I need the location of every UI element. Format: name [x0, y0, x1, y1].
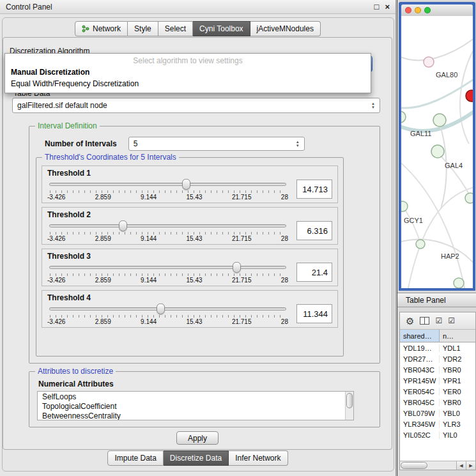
columns-icon[interactable]	[420, 317, 429, 325]
attributes-group: Attributes to discretize Numerical Attri…	[29, 371, 380, 427]
threshold-3-label: Threshold 3	[47, 252, 332, 261]
top-tab-bar: Network Style Select Cyni Toolbox jActiv…	[0, 21, 395, 36]
threshold-3-value-field[interactable]: 21.4	[296, 263, 332, 282]
network-node[interactable]	[424, 57, 434, 67]
threshold-4-slider[interactable]	[49, 303, 286, 314]
float-window-icon[interactable]: □	[374, 3, 380, 11]
table-row[interactable]: YER054C YER0	[400, 386, 475, 397]
tab-style[interactable]: Style	[128, 21, 158, 36]
node-label: GAL80	[436, 71, 457, 79]
list-item[interactable]: TopologicalCoefficient	[42, 402, 353, 411]
slider-track[interactable]	[49, 266, 286, 269]
cell-name: YIL0	[440, 431, 475, 439]
tab-cyni-toolbox[interactable]: Cyni Toolbox	[193, 21, 250, 36]
algorithm-placeholder-option[interactable]: Select algorithm to view settings	[5, 54, 371, 66]
scroll-right-icon[interactable]: ▶	[466, 461, 475, 470]
column-header-shared-name[interactable]: shared…	[400, 330, 440, 342]
tab-discretize-data-label: Discretize Data	[170, 454, 222, 463]
scrollbar-thumb[interactable]	[401, 462, 427, 469]
slider-ticks	[50, 315, 286, 318]
table-row[interactable]: YDL19… YDL1	[400, 342, 475, 353]
tab-discretize-data[interactable]: Discretize Data	[164, 450, 229, 466]
zoom-traffic-light-icon[interactable]	[424, 7, 431, 13]
scale-label: 9.144	[141, 318, 157, 325]
cell-name: YBR0	[440, 399, 475, 406]
network-view-window: GAL80 GAL11 GAL4 GCY1 HAP2	[399, 2, 475, 291]
threshold-2-slider[interactable]	[49, 220, 286, 231]
list-item[interactable]: BetweennessCentrality	[42, 411, 353, 420]
close-traffic-light-icon[interactable]	[405, 7, 411, 13]
table-row[interactable]: YDR27… YDR2	[400, 353, 475, 364]
table-row[interactable]: YPR145W YPR1	[400, 375, 475, 386]
control-panel-titlebar: Control Panel □ ×	[0, 0, 395, 14]
close-icon[interactable]: ×	[385, 3, 390, 11]
table-row[interactable]: YBR043C YBR0	[400, 364, 475, 375]
scale-label: -3.426	[47, 235, 65, 242]
algorithm-option-manual[interactable]: Manual Discretization	[5, 66, 371, 78]
list-scrollbar[interactable]	[345, 392, 353, 420]
tab-infer-network[interactable]: Infer Network	[229, 450, 288, 466]
slider-track[interactable]	[49, 307, 286, 311]
threshold-3-slider[interactable]	[49, 262, 286, 273]
tab-network[interactable]: Network	[75, 21, 128, 36]
table-header-row: shared… n…	[400, 330, 475, 342]
scrollbar-track[interactable]	[400, 461, 456, 470]
threshold-2-value-field[interactable]: 6.316	[296, 221, 332, 240]
network-node[interactable]	[433, 114, 446, 127]
table-row[interactable]: YBL079W YBL0	[400, 408, 475, 418]
table-toolbar: ⚙ ☑ ☑	[400, 312, 475, 330]
threshold-1-slider[interactable]	[49, 179, 286, 190]
slider-track[interactable]	[49, 224, 286, 227]
algorithm-option-equal-width[interactable]: Equal Width/Frequency Discretization	[5, 78, 371, 89]
list-item[interactable]: SelfLoops	[42, 392, 353, 402]
number-of-intervals-combo[interactable]: 5 ▲▼	[128, 137, 305, 151]
right-panel: GAL80 GAL11 GAL4 GCY1 HAP2 Table Panel ⚙…	[397, 0, 476, 476]
table-row[interactable]: YLR345W YLR3	[400, 418, 475, 429]
network-node[interactable]	[401, 111, 406, 123]
slider-thumb[interactable]	[233, 262, 241, 273]
tab-select[interactable]: Select	[158, 21, 193, 36]
cell-shared-name: YLR345W	[400, 420, 440, 428]
node-label: GAL11	[410, 130, 431, 137]
scale-label: 21.715	[232, 277, 252, 284]
select-all-checkbox-icon[interactable]: ☑	[435, 317, 442, 325]
table-row[interactable]: YIL052C YIL0	[400, 429, 475, 440]
slider-thumb[interactable]	[182, 179, 190, 190]
numerical-attributes-list[interactable]: SelfLoops TopologicalCoefficient Between…	[37, 391, 354, 420]
table-row[interactable]: YBR045C YBR0	[400, 397, 475, 408]
table-data-combo[interactable]: galFiltered.sif default node ▲▼	[12, 98, 380, 113]
tab-jactivemnodules[interactable]: jActiveMNodules	[250, 21, 321, 36]
tab-impute-data[interactable]: Impute Data	[107, 450, 163, 466]
network-node-selected[interactable]	[466, 90, 473, 102]
threshold-4-value-field[interactable]: 11.344	[296, 304, 332, 323]
cell-shared-name: YER054C	[400, 388, 440, 395]
cell-shared-name: YBR043C	[400, 366, 440, 374]
scrollbar-thumb[interactable]	[346, 393, 353, 408]
cell-shared-name: YBR045C	[400, 399, 440, 406]
scroll-left-icon[interactable]: ◀	[456, 461, 466, 470]
select-none-checkbox-icon[interactable]: ☑	[448, 317, 455, 325]
scale-label: 28	[281, 235, 288, 242]
network-node[interactable]	[454, 278, 464, 288]
threshold-1-value-field[interactable]: 14.713	[296, 180, 332, 199]
horizontal-scrollbar[interactable]: ◀ ▶	[400, 461, 475, 470]
minimize-traffic-light-icon[interactable]	[415, 7, 421, 13]
cell-shared-name: YDR27…	[400, 355, 440, 363]
slider-track[interactable]	[49, 183, 286, 186]
gear-icon[interactable]: ⚙	[406, 316, 414, 326]
network-node[interactable]	[416, 240, 425, 249]
scale-label: 21.715	[232, 318, 252, 325]
slider-ticks	[50, 232, 286, 234]
apply-button[interactable]: Apply	[176, 431, 219, 445]
column-header-name[interactable]: n…	[440, 330, 475, 342]
slider-thumb[interactable]	[119, 220, 127, 231]
network-node[interactable]	[465, 193, 473, 203]
network-node[interactable]	[401, 201, 408, 211]
network-node[interactable]	[431, 145, 444, 158]
cyni-toolbox-panel: Discretization Algorithm ▲ ▼ Select algo…	[3, 37, 392, 450]
network-canvas[interactable]: GAL80 GAL11 GAL4 GCY1 HAP2	[401, 16, 473, 288]
slider-thumb[interactable]	[157, 303, 165, 314]
table-panel-titlebar[interactable]: Table Panel	[397, 293, 476, 307]
cell-name: YER0	[440, 388, 475, 395]
interval-definition-title: Interval Definition	[35, 121, 100, 130]
